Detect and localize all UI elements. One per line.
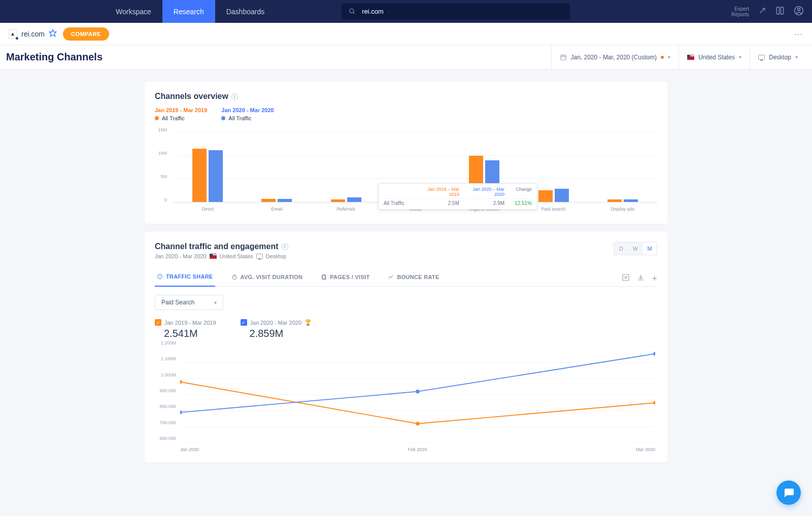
pages-icon bbox=[321, 274, 327, 280]
more-menu-icon[interactable]: ⋯ bbox=[794, 28, 804, 40]
svg-rect-5 bbox=[560, 55, 566, 59]
nav-right: ExpertReports bbox=[731, 6, 804, 17]
svg-point-21 bbox=[180, 380, 182, 384]
favorite-star-icon[interactable] bbox=[49, 29, 57, 39]
compare-button[interactable]: COMPARE bbox=[63, 27, 109, 41]
svg-point-23 bbox=[653, 401, 655, 405]
site-chip: ▲ rei.com bbox=[8, 29, 57, 39]
tab-avg-visit-duration[interactable]: AVG. VISIT DURATION bbox=[229, 273, 305, 286]
global-search[interactable] bbox=[342, 4, 570, 20]
page-title: Marketing Channels bbox=[6, 51, 103, 63]
calendar-icon bbox=[560, 54, 567, 61]
svg-point-26 bbox=[653, 352, 655, 356]
bar-tooltip: Jan 2019 – Mar 2019 Jan 2020 – Mar 2020 … bbox=[378, 183, 537, 210]
checkbox-icon[interactable]: ✓ bbox=[155, 319, 161, 326]
line-x-labels: Jan 2020Feb 2020Mar 2020 bbox=[180, 447, 655, 452]
monitor-icon bbox=[758, 55, 765, 60]
legend-dot-icon bbox=[221, 116, 225, 120]
series-stat-2: ✓Jan 2020 - Mar 2020 🏆 2.859M bbox=[241, 319, 312, 339]
checkbox-icon[interactable]: ✓ bbox=[241, 319, 247, 326]
export-excel-icon[interactable] bbox=[622, 273, 630, 286]
line-plot[interactable] bbox=[180, 347, 655, 443]
legend-dot-icon bbox=[155, 116, 159, 120]
device-label: Desktop bbox=[769, 54, 791, 61]
us-flag-icon bbox=[210, 254, 217, 259]
site-favicon: ▲ bbox=[8, 29, 17, 39]
search-icon bbox=[349, 8, 356, 15]
legend-series-1: Jan 2019 - Mar 2019 All Traffic bbox=[155, 107, 207, 121]
site-domain: rei.com bbox=[21, 30, 45, 38]
chevron-down-icon: ▾ bbox=[214, 300, 217, 305]
channels-overview-card: Channels overview i Jan 2019 - Mar 2019 … bbox=[145, 82, 667, 224]
top-navbar: Workspace Research Dashboards ExpertRepo… bbox=[0, 0, 812, 23]
trophy-icon: 🏆 bbox=[304, 319, 312, 326]
engagement-title: Channel traffic and engagement i bbox=[155, 242, 288, 251]
legend-series-2: Jan 2020 - Mar 2020 All Traffic bbox=[221, 107, 274, 121]
us-flag-icon bbox=[687, 55, 694, 60]
engagement-card: Channel traffic and engagement i Jan 202… bbox=[145, 232, 667, 462]
engagement-subtitle: Jan 2020 - Mar 2020 United States Deskto… bbox=[155, 253, 288, 259]
book-icon[interactable] bbox=[775, 6, 785, 17]
expert-reports-link[interactable]: ExpertReports bbox=[731, 6, 749, 17]
profile-icon[interactable] bbox=[794, 6, 804, 17]
date-range-picker[interactable]: Jan, 2020 - Mar, 2020 (Custom) ▾ bbox=[551, 45, 679, 69]
granularity-toggle: DWM bbox=[614, 242, 657, 255]
series-value: 2.541M bbox=[164, 328, 216, 339]
content: Channels overview i Jan 2019 - Mar 2019 … bbox=[145, 82, 667, 462]
series-stats: ✓Jan 2019 - Mar 2019 2.541M ✓Jan 2020 - … bbox=[155, 319, 657, 339]
nav-tabs: Workspace Research Dashboards bbox=[105, 0, 276, 23]
svg-point-25 bbox=[416, 390, 419, 394]
overview-bar-chart: 05M10M15M DirectEmailReferralsSocialOrga… bbox=[155, 132, 657, 214]
nav-tab-dashboards[interactable]: Dashboards bbox=[215, 0, 276, 23]
svg-point-0 bbox=[350, 9, 354, 13]
channel-dropdown[interactable]: Paid Search ▾ bbox=[155, 295, 223, 310]
bounce-icon bbox=[388, 274, 394, 280]
date-range-label: Jan, 2020 - Mar, 2020 (Custom) bbox=[571, 54, 657, 61]
page-header: Marketing Channels Jan, 2020 - Mar, 2020… bbox=[0, 45, 812, 70]
granularity-m[interactable]: M bbox=[642, 243, 657, 255]
tab-traffic-share[interactable]: TRAFFIC SHARE bbox=[155, 273, 215, 287]
tab-bounce-rate[interactable]: BOUNCE RATE bbox=[386, 273, 441, 286]
stopwatch-icon bbox=[231, 274, 238, 280]
search-input[interactable] bbox=[362, 8, 563, 15]
svg-marker-4 bbox=[49, 29, 56, 36]
add-icon[interactable]: + bbox=[652, 273, 657, 286]
metric-tabs: TRAFFIC SHARE AVG. VISIT DURATION PAGES … bbox=[155, 273, 657, 287]
country-picker[interactable]: United States ▾ bbox=[679, 45, 750, 69]
chevron-down-icon: ▾ bbox=[739, 54, 741, 60]
traffic-share-line-chart: 600,000700,000800,000900,0001.000M1.100M… bbox=[155, 346, 657, 452]
active-dot-icon bbox=[661, 56, 664, 59]
granularity-d[interactable]: D bbox=[614, 243, 628, 255]
monitor-icon bbox=[256, 254, 263, 259]
info-icon[interactable]: i bbox=[231, 93, 238, 100]
svg-point-24 bbox=[180, 410, 182, 415]
nav-tab-research[interactable]: Research bbox=[162, 0, 215, 23]
series-value: 2.859M bbox=[250, 328, 312, 339]
clock-icon bbox=[157, 273, 163, 280]
line-y-axis: 600,000700,000800,000900,0001.000M1.100M… bbox=[155, 346, 179, 441]
series-stat-1: ✓Jan 2019 - Mar 2019 2.541M bbox=[155, 319, 216, 339]
site-subnav: ▲ rei.com COMPARE ⋯ bbox=[0, 23, 812, 45]
page-filters: Jan, 2020 - Mar, 2020 (Custom) ▾ United … bbox=[551, 45, 806, 69]
chart-actions: + bbox=[622, 273, 657, 286]
svg-line-1 bbox=[353, 12, 355, 14]
info-icon[interactable]: i bbox=[282, 244, 288, 250]
bar-y-axis: 05M10M15M bbox=[155, 132, 170, 202]
device-picker[interactable]: Desktop ▾ bbox=[750, 45, 806, 69]
country-label: United States bbox=[698, 54, 735, 61]
chevron-down-icon: ▾ bbox=[668, 54, 670, 60]
tab-pages-visit[interactable]: PAGES / VISIT bbox=[319, 273, 371, 286]
launch-icon[interactable] bbox=[758, 7, 766, 16]
overview-title: Channels overview i bbox=[155, 92, 657, 101]
svg-point-22 bbox=[416, 422, 419, 426]
nav-tab-workspace[interactable]: Workspace bbox=[105, 0, 162, 23]
chevron-down-icon: ▾ bbox=[795, 54, 798, 60]
download-icon[interactable] bbox=[637, 273, 645, 286]
svg-point-3 bbox=[798, 8, 800, 11]
granularity-w[interactable]: W bbox=[628, 243, 642, 255]
overview-legend: Jan 2019 - Mar 2019 All Traffic Jan 2020… bbox=[155, 107, 657, 121]
